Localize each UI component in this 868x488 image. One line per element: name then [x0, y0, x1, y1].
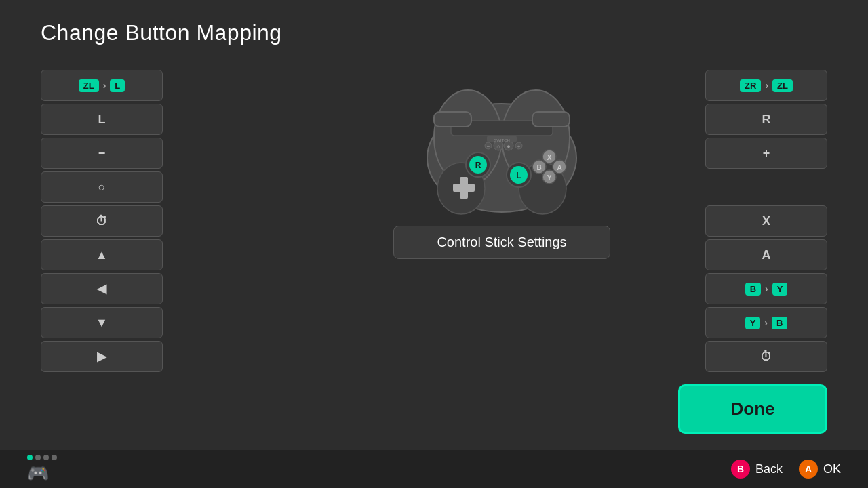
svg-text:−: − — [487, 144, 490, 150]
controller-diagram: R L X A B Y ⌂ ● − + — [414, 70, 590, 219]
back-nav[interactable]: B Back — [731, 460, 783, 479]
btn-zr-zl[interactable]: ZR › ZL — [705, 70, 827, 101]
svg-text:R: R — [475, 161, 481, 170]
a-label: A — [762, 248, 771, 262]
zl-tag2: ZL — [772, 79, 793, 92]
zr-tag: ZR — [740, 79, 761, 92]
btn-l[interactable]: L — [41, 104, 163, 135]
ok-label: OK — [823, 462, 841, 476]
plus-icon: + — [763, 146, 770, 161]
arrow-icon2: › — [765, 80, 768, 91]
footer: 🎮 B Back A OK — [0, 450, 868, 488]
b-tag2: B — [772, 317, 787, 329]
right-button-panel: ZR › ZL R + X A B › Y Y › B — [705, 70, 827, 372]
dpad-up-icon: ▲ — [96, 248, 108, 262]
svg-rect-6 — [434, 112, 471, 127]
l-tag: L — [110, 79, 125, 92]
svg-text:L: L — [516, 171, 521, 180]
dot-gray3 — [52, 455, 57, 460]
control-stick-settings-button[interactable]: Control Stick Settings — [393, 226, 610, 259]
arrow-icon3: › — [765, 283, 768, 294]
back-label: Back — [755, 462, 783, 476]
btn-r[interactable]: R — [705, 104, 827, 135]
svg-rect-7 — [532, 112, 570, 127]
dot-gray2 — [43, 455, 49, 460]
btn-minus[interactable]: − — [41, 138, 163, 169]
btn-dpad-right[interactable]: ▶ — [41, 341, 163, 372]
btn-lstick[interactable]: ⏱ — [41, 205, 163, 237]
footer-controller-icon: 🎮 — [27, 463, 49, 483]
btn-dpad-down[interactable]: ▼ — [41, 307, 163, 338]
minus-icon: − — [98, 146, 106, 161]
btn-rstick[interactable]: ⏱ — [705, 341, 827, 372]
ok-nav[interactable]: A OK — [799, 460, 841, 479]
svg-text:A: A — [557, 164, 561, 171]
btn-capture[interactable]: ○ — [41, 171, 163, 203]
b-tag: B — [745, 283, 761, 296]
right-spacer — [705, 171, 827, 203]
svg-text:SWITCH: SWITCH — [494, 138, 510, 142]
zl-tag: ZL — [79, 79, 99, 92]
a-circle-btn: A — [799, 460, 818, 479]
svg-text:Y: Y — [547, 174, 552, 182]
lstick-icon: ⏱ — [96, 214, 108, 228]
y-tag2: Y — [745, 317, 761, 329]
btn-zl-l[interactable]: ZL › L — [41, 70, 163, 101]
dot-green — [27, 455, 33, 460]
btn-dpad-left[interactable]: ◀ — [41, 273, 163, 304]
dpad-down-icon: ▼ — [96, 316, 108, 330]
dpad-left-icon: ◀ — [97, 281, 106, 296]
capture-icon: ○ — [98, 180, 106, 195]
b-circle-btn: B — [731, 460, 750, 479]
btn-plus[interactable]: + — [705, 138, 827, 169]
rstick-icon: ⏱ — [760, 350, 772, 364]
l-label: L — [98, 113, 106, 127]
svg-rect-15 — [453, 184, 475, 192]
x-label: X — [762, 214, 770, 228]
svg-text:+: + — [517, 144, 521, 150]
btn-b-y[interactable]: B › Y — [705, 273, 827, 304]
page-title: Change Button Mapping — [0, 0, 868, 56]
done-button[interactable]: Done — [678, 384, 827, 434]
btn-dpad-up[interactable]: ▲ — [41, 239, 163, 270]
btn-y-b[interactable]: Y › B — [705, 307, 827, 338]
arrow-icon4: › — [764, 317, 768, 328]
svg-text:⌂: ⌂ — [496, 143, 500, 150]
y-tag: Y — [772, 283, 788, 296]
footer-nav: B Back A OK — [731, 460, 841, 479]
r-label: R — [762, 113, 771, 127]
arrow-icon: › — [103, 80, 106, 91]
left-button-panel: ZL › L L − ○ ⏱ ▲ ◀ ▼ — [41, 70, 163, 429]
dpad-right-icon: ▶ — [97, 349, 106, 364]
dot-gray1 — [35, 455, 41, 460]
svg-text:X: X — [547, 154, 552, 161]
svg-text:●: ● — [507, 143, 510, 150]
footer-logo: 🎮 — [27, 455, 57, 484]
svg-text:B: B — [536, 164, 541, 171]
btn-a[interactable]: A — [705, 239, 827, 270]
btn-x[interactable]: X — [705, 205, 827, 237]
